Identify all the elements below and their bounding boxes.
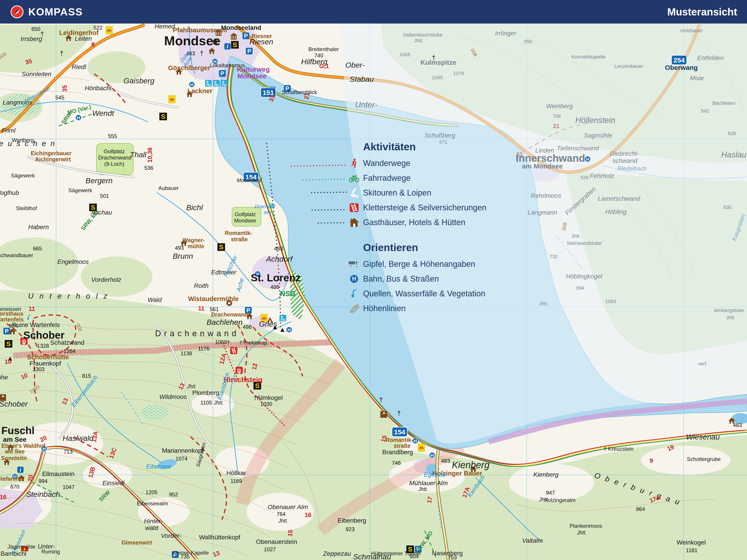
map-label: 498 xyxy=(243,324,252,330)
map-label: schwand xyxy=(613,157,638,164)
map-label: Jhtt. xyxy=(726,315,735,320)
map-label: Steinwandstube xyxy=(567,240,602,246)
svg-text:885: 885 xyxy=(349,261,356,265)
map-label: Mariannenkopf xyxy=(162,447,203,454)
svg-text:H: H xyxy=(77,115,80,120)
map-label: 1083 xyxy=(605,299,616,304)
svg-text:S: S xyxy=(161,113,165,120)
map-label: Zeppezau xyxy=(323,550,351,557)
spring-icon xyxy=(349,288,360,299)
map-label: Einsiedl xyxy=(102,480,125,486)
info-icon: i xyxy=(17,466,24,473)
map-label: Eibensee xyxy=(146,463,172,470)
road-shield: 254 xyxy=(671,55,687,65)
church-cross-icon: † xyxy=(397,409,401,417)
bus-icon: H xyxy=(349,273,360,284)
church-cross-icon: † xyxy=(379,396,383,403)
map-label: Fuschl xyxy=(1,425,34,436)
legend-item: Wanderwege xyxy=(349,156,486,171)
map-label: Aubauer xyxy=(158,185,179,191)
map-label: Pfahlbaumuseum xyxy=(173,26,227,34)
svg-text:S: S xyxy=(219,243,224,251)
map-label: Sägewerk xyxy=(68,187,93,193)
map-label: 483 xyxy=(274,245,283,251)
map-label: Lenzenbauer xyxy=(615,63,643,69)
musteransicht-page: SSSSSSSPPPPPPPPPHHHHHHHHHHii†††††† 15115… xyxy=(0,0,747,560)
legend-item: Höhenlinien xyxy=(349,301,486,316)
swimming-icon xyxy=(221,80,228,87)
map-label: see xyxy=(263,209,272,215)
post-stop-icon xyxy=(169,96,175,103)
map-label: 20 xyxy=(26,474,34,482)
bus-stop-icon: H xyxy=(412,438,418,444)
legend-activities-title: Aktivitäten xyxy=(363,141,486,153)
map-label: 706 xyxy=(553,113,561,119)
map-label: Sägewerk xyxy=(11,172,35,179)
map-label: 1303 xyxy=(32,366,44,372)
map-label: Mondsee xyxy=(164,33,220,48)
map-label: Wiesenau xyxy=(686,432,720,441)
climbing-icon xyxy=(236,367,243,374)
legend-item-label: Gasthäuser, Hotels & Hütten xyxy=(363,218,465,227)
svg-text:S: S xyxy=(6,340,11,347)
map-label: Wallhüttenkopf xyxy=(199,534,240,541)
legend-activities-list: WanderwegeFahrradwegeSkitouren & LoipenK… xyxy=(349,156,486,230)
svg-text:H: H xyxy=(431,453,434,458)
map-label: am Mondsee xyxy=(522,162,563,170)
svg-text:†: † xyxy=(356,261,358,266)
map-label: 746 xyxy=(392,460,401,466)
map-label: Schober xyxy=(0,400,28,408)
map-label: Gaisberg xyxy=(124,76,154,85)
map-label: Vorder- xyxy=(161,532,182,539)
map-label: Forsthaus xyxy=(0,311,23,317)
map-label: 12 xyxy=(251,363,259,371)
legend-item-label: Wanderwege xyxy=(363,159,410,168)
map-label: Schußberg xyxy=(424,132,455,139)
svg-text:254: 254 xyxy=(673,56,685,64)
swimming-icon xyxy=(213,80,220,87)
bus-stop-s-icon: S xyxy=(231,41,239,49)
bus-stop-s-icon: S xyxy=(159,113,167,120)
map-label: Mondsee xyxy=(234,217,256,223)
map-label: 1169 xyxy=(230,478,242,484)
ladder-icon xyxy=(349,202,360,213)
road-shield: 154 xyxy=(392,427,407,436)
map-label: Hemed xyxy=(155,23,175,30)
map-label: Bichl xyxy=(186,203,203,212)
map-label: Romantik- xyxy=(386,437,413,443)
map-label: Steiblhof xyxy=(16,205,37,211)
swimming-icon xyxy=(280,315,286,321)
map-label: 526 xyxy=(581,175,589,180)
map-label: wald xyxy=(145,524,158,531)
svg-text:†: † xyxy=(60,50,63,57)
map-label: Kienberg xyxy=(452,460,489,470)
map-label: Mühlauer Alm xyxy=(409,480,448,486)
map-label: 9 xyxy=(649,457,653,464)
map-label: Kleiner-Kapelle xyxy=(172,550,209,556)
map-label: Höbling xyxy=(606,208,627,215)
map-label: am See xyxy=(5,448,25,454)
bus-stop-icon: H xyxy=(585,156,591,162)
map-label: 16 xyxy=(305,512,311,518)
svg-text:†: † xyxy=(379,396,383,403)
map-label: 1176 xyxy=(198,346,210,352)
map-label: Langmann xyxy=(527,209,557,216)
bus-stop-icon: H xyxy=(429,452,435,458)
map-label: Drachen- xyxy=(255,204,275,209)
map-label: Thall xyxy=(130,150,147,159)
map-label: Diebrecht- xyxy=(610,150,639,157)
map-label: Eibenberg xyxy=(337,517,366,524)
post-stop-icon xyxy=(418,444,425,451)
map-label: verf. xyxy=(698,361,708,367)
map-label: Egelsee xyxy=(424,471,446,478)
map-label: Holzingeralm xyxy=(544,497,575,503)
map-label: Almbergstube xyxy=(714,308,744,313)
map-label: mühle xyxy=(187,243,204,249)
legend-orientation-title: Orientieren xyxy=(363,241,486,254)
legend-item-label: Bahn, Bus & Straßen xyxy=(363,274,439,284)
map-label: 17 xyxy=(426,496,434,504)
map-label: 1027 xyxy=(264,546,276,552)
map-label: G,1 xyxy=(319,63,329,70)
map-label: Haslwald xyxy=(62,434,94,443)
map-label: 501 xyxy=(100,193,109,199)
